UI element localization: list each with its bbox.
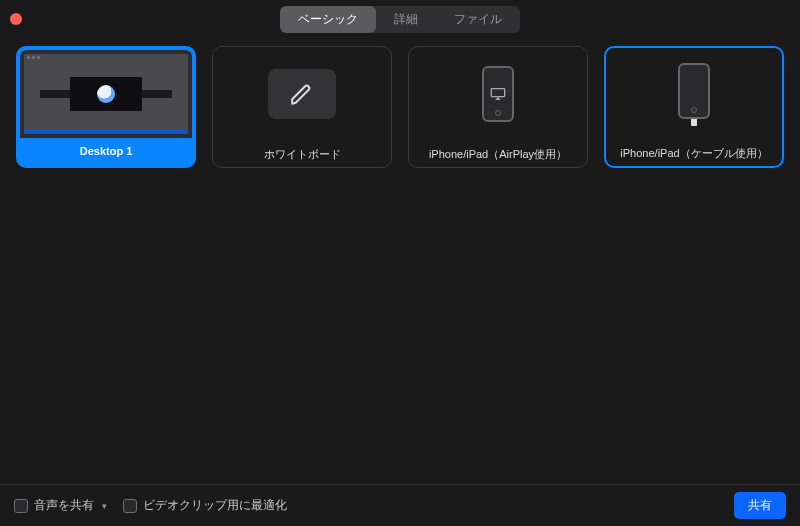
phone-icon (678, 63, 710, 119)
share-button[interactable]: 共有 (734, 492, 786, 519)
share-audio-checkbox[interactable]: 音声を共有 ▾ (14, 497, 107, 514)
desktop1-thumbnail (20, 50, 192, 138)
close-window-button[interactable] (10, 13, 22, 25)
share-audio-label: 音声を共有 (34, 497, 94, 514)
share-option-airplay[interactable]: iPhone/iPad（AirPlay使用） (408, 46, 588, 168)
checkbox-icon (123, 499, 137, 513)
tab-switcher: ベーシック 詳細 ファイル (280, 6, 520, 33)
checkbox-icon (14, 499, 28, 513)
pencil-icon (289, 81, 315, 107)
share-option-cable[interactable]: iPhone/iPad（ケーブル使用） (604, 46, 784, 168)
globe-icon (97, 85, 115, 103)
desktop1-label: Desktop 1 (20, 138, 192, 164)
share-option-desktop1[interactable]: Desktop 1 (16, 46, 196, 168)
cable-icon (691, 118, 697, 126)
share-option-whiteboard[interactable]: ホワイトボード (212, 46, 392, 168)
share-screen-window: ベーシック 詳細 ファイル Deskt (0, 0, 800, 526)
optimize-video-checkbox[interactable]: ビデオクリップ用に最適化 (123, 497, 287, 514)
share-options-area: Desktop 1 ホワイトボード (0, 38, 800, 484)
tab-basic[interactable]: ベーシック (280, 6, 376, 33)
tab-advanced[interactable]: 詳細 (376, 6, 436, 33)
tab-files[interactable]: ファイル (436, 6, 520, 33)
svg-rect-0 (491, 89, 504, 97)
whiteboard-preview (213, 47, 391, 141)
titlebar: ベーシック 詳細 ファイル (0, 0, 800, 38)
footer-bar: 音声を共有 ▾ ビデオクリップ用に最適化 共有 (0, 484, 800, 526)
cable-preview (606, 48, 782, 140)
share-options-grid: Desktop 1 ホワイトボード (16, 46, 784, 168)
chevron-down-icon[interactable]: ▾ (102, 501, 107, 511)
airplay-preview (409, 47, 587, 141)
cable-label: iPhone/iPad（ケーブル使用） (606, 140, 782, 166)
airplay-icon (490, 87, 506, 101)
whiteboard-label: ホワイトボード (213, 141, 391, 167)
airplay-label: iPhone/iPad（AirPlay使用） (409, 141, 587, 167)
optimize-video-label: ビデオクリップ用に最適化 (143, 497, 287, 514)
